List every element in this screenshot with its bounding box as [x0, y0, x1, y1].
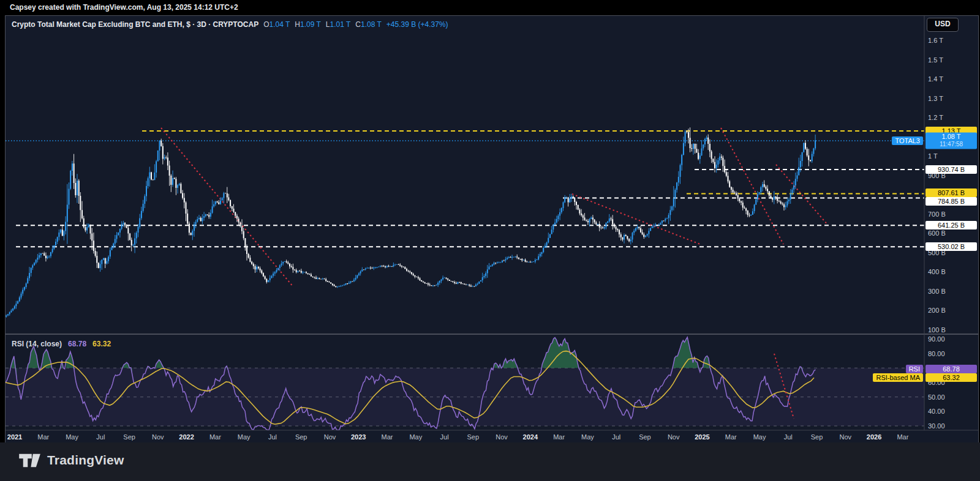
up-candle-bodies [6, 132, 816, 316]
footer-bar: TradingView [0, 442, 980, 481]
rsi-legend[interactable]: RSI (14, close)68.7863.32 [12, 340, 111, 348]
time-axis-label-2021: 2021 [7, 433, 22, 441]
time-axis-label-jul: Jul [440, 433, 449, 441]
price-axis-tick: 40.00 [928, 408, 977, 415]
red-trendline[interactable] [776, 165, 827, 225]
time-axis-label-nov: Nov [324, 433, 336, 441]
price-axis-tick: 200 B [928, 307, 977, 314]
price-axis-tick: 1.5 T [928, 56, 977, 64]
time-axis-label-mar: Mar [382, 433, 393, 441]
rsi-value: 68.78 [68, 340, 86, 348]
price-axis-tick: 700 B [928, 211, 977, 218]
ohlc-letter: C [355, 20, 361, 29]
price-axis-tick: 400 B [928, 268, 977, 275]
price-axis-tick: 80.00 [928, 350, 977, 357]
price-label-641.25B: 641.25 B [925, 221, 977, 229]
rsi-tag[interactable]: RSI [906, 365, 923, 373]
price-axis-tick: 100 B [928, 326, 977, 334]
time-axis-label-nov: Nov [840, 433, 852, 441]
tradingview-brand-text: TradingView [47, 453, 124, 468]
time-axis-label-may: May [753, 433, 766, 441]
tradingview-brand[interactable]: TradingView [18, 451, 124, 469]
time-axis-label-2022: 2022 [179, 433, 194, 441]
price-axis-tick: 600 B [928, 229, 977, 237]
price-axis-tick: 1 T [928, 152, 977, 160]
time-axis-label-mar: Mar [553, 433, 565, 441]
price-label-807.61B: 807.61 B [925, 188, 977, 197]
time-axis-label-2024: 2024 [523, 433, 538, 441]
time-axis-label-nov: Nov [668, 433, 680, 441]
time-axis-label-jul: Jul [96, 433, 105, 441]
price-axis-tick: 1.6 T [928, 37, 977, 44]
currency-toggle-button[interactable]: USD [927, 18, 959, 32]
rsi-title[interactable]: RSI (14, close) [12, 340, 62, 348]
chart-widget[interactable]: Crypto Total Market Cap Excluding BTC an… [5, 15, 979, 443]
price-axis-tick: 300 B [928, 288, 977, 295]
price-label-1.08T: 1.08 T11:47:58 [925, 133, 977, 149]
time-axis-label-may: May [238, 433, 251, 441]
price-axis-tick: 30.00 [928, 422, 977, 430]
symbol-title[interactable]: Crypto Total Market Cap Excluding BTC an… [12, 20, 258, 29]
attribution-text: Capsey created with TradingView.com, Aug… [10, 3, 238, 12]
time-axis-label-nov: Nov [152, 433, 164, 441]
time-axis-label-mar: Mar [897, 433, 908, 441]
symbol-legend[interactable]: Crypto Total Market Cap Excluding BTC an… [12, 20, 448, 29]
price-label-63.32: 63.32 [925, 373, 977, 382]
price-label-930.74B: 930.74 B [925, 165, 977, 174]
price-axis-tick: 50.00 [928, 393, 977, 401]
rsi-ma-tag[interactable]: RSI-based MA [873, 373, 923, 382]
red-trendline[interactable] [161, 128, 293, 287]
time-axis-label-sep: Sep [123, 433, 135, 441]
time-axis-label-nov: Nov [496, 433, 508, 441]
time-axis-label-mar: Mar [209, 433, 221, 441]
snapshot-attribution-bar: Capsey created with TradingView.com, Aug… [0, 0, 980, 15]
rsi-ma-value: 63.32 [92, 340, 111, 348]
ohlc-letter: O [263, 20, 269, 29]
symbol-tag-total3[interactable]: TOTAL3 [892, 136, 923, 145]
time-axis-label-may: May [581, 433, 594, 441]
up-candle-wicks [6, 130, 815, 318]
ohlc-value: 1.01 T [330, 20, 350, 29]
time-axis-label-2023: 2023 [351, 433, 366, 441]
time-axis-label-jul: Jul [612, 433, 620, 441]
time-axis-label-sep: Sep [811, 433, 823, 441]
price-axis-tick: 1.4 T [928, 75, 977, 83]
price-label-530.02B: 530.02 B [925, 242, 977, 251]
time-axis-label-sep: Sep [295, 433, 307, 441]
ohlc-value: 1.04 T [270, 20, 290, 29]
red-trendline[interactable] [721, 128, 783, 244]
price-axis-tick: 1.3 T [928, 95, 977, 102]
time-axis-label-may: May [66, 433, 78, 441]
change-value: +45.39 B (+4.37%) [386, 20, 448, 29]
price-axis-tick: 90.00 [928, 335, 977, 343]
time-axis-label-may: May [409, 433, 422, 441]
price-label-784.85B: 784.85 B [925, 197, 977, 206]
time-axis-label-mar: Mar [725, 433, 737, 441]
tradingview-logo-icon [18, 451, 42, 469]
price-label-68.78: 68.78 [925, 365, 977, 373]
time-axis-label-2025: 2025 [695, 433, 709, 441]
ohlc-values: O1.04 TH1.09 TL1.01 TC1.08 T [258, 20, 382, 29]
time-axis-label-sep: Sep [467, 433, 480, 441]
time-axis-label-jul: Jul [784, 433, 793, 441]
ohlc-value: 1.08 T [361, 20, 382, 29]
price-axis-tick: 1.2 T [928, 114, 977, 121]
time-axis-label-mar: Mar [37, 433, 49, 441]
ohlc-value: 1.09 T [300, 20, 321, 29]
bar-countdown: 11:47:58 [925, 141, 977, 147]
chart-canvas[interactable] [6, 16, 978, 442]
time-axis-label-2026: 2026 [867, 433, 881, 441]
time-axis-label-sep: Sep [639, 433, 651, 441]
time-axis-label-jul: Jul [268, 433, 277, 441]
ohlc-letter: H [295, 20, 300, 29]
